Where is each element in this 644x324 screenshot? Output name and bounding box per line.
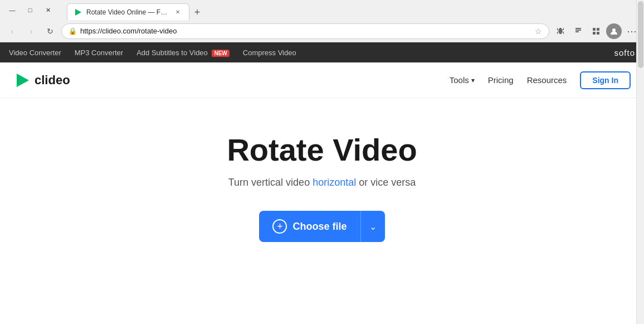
softo-link-mp3-converter[interactable]: MP3 Converter	[75, 49, 123, 57]
scrollbar[interactable]	[636, 0, 644, 324]
main-nav: clideo Tools ▾ Pricing Resources Sign In	[0, 62, 644, 98]
extensions-puzzle-button[interactable]	[553, 23, 568, 39]
tab-title: Rotate Video Online — Free Vid...	[86, 8, 169, 16]
resources-nav-link[interactable]: Resources	[527, 75, 567, 85]
chevron-down-icon: ⌄	[369, 221, 377, 232]
softo-links: Video Converter MP3 Converter Add Subtit…	[9, 49, 296, 57]
plus-circle-icon: +	[272, 219, 287, 234]
tab-favicon-icon	[74, 8, 82, 16]
profile-button[interactable]	[606, 23, 622, 39]
pricing-nav-link[interactable]: Pricing	[488, 75, 514, 85]
scrollbar-thumb[interactable]	[638, 1, 643, 68]
bookmark-star-icon[interactable]: ☆	[535, 27, 542, 36]
hero-section: Rotate Video Turn vertical video horizon…	[0, 98, 644, 242]
puzzle-icon	[556, 27, 565, 36]
tools-nav-link[interactable]: Tools ▾	[450, 75, 475, 85]
back-button[interactable]: ‹	[4, 23, 20, 39]
url-text: https://clideo.com/rotate-video	[80, 27, 531, 35]
new-tab-button[interactable]: +	[189, 4, 205, 20]
url-input[interactable]: 🔒 https://clideo.com/rotate-video ☆	[61, 23, 549, 39]
clideo-logo-icon	[13, 71, 31, 89]
minimize-button[interactable]: —	[4, 4, 20, 16]
sign-in-button[interactable]: Sign In	[580, 71, 631, 89]
hero-subtitle: Turn vertical video horizontal or vice v…	[228, 177, 416, 188]
svg-rect-4	[597, 32, 599, 35]
logo-text: clideo	[35, 73, 70, 88]
svg-marker-0	[75, 9, 81, 16]
maximize-button[interactable]: □	[22, 4, 38, 16]
chevron-down-icon: ▾	[471, 76, 475, 84]
tab-close-button[interactable]: ✕	[173, 8, 182, 17]
svg-marker-6	[17, 74, 29, 87]
softo-link-video-converter[interactable]: Video Converter	[9, 49, 61, 57]
lock-icon: 🔒	[69, 27, 77, 35]
svg-rect-3	[593, 32, 596, 35]
choose-file-dropdown-button[interactable]: ⌄	[360, 211, 385, 242]
softo-link-compress-video[interactable]: Compress Video	[243, 49, 296, 57]
refresh-button[interactable]: ↻	[42, 23, 58, 39]
browser-tab[interactable]: Rotate Video Online — Free Vid... ✕	[67, 3, 189, 20]
collections-icon	[592, 27, 601, 36]
svg-rect-2	[597, 28, 599, 31]
logo[interactable]: clideo	[13, 71, 70, 89]
softo-logo: softo	[614, 48, 635, 57]
choose-file-wrapper: + Choose file ⌄	[259, 211, 384, 242]
svg-rect-1	[593, 28, 596, 31]
address-bar: ‹ › ↻ 🔒 https://clideo.com/rotate-video …	[0, 20, 644, 42]
avatar-icon	[609, 27, 618, 36]
softo-bar: Video Converter MP3 Converter Add Subtit…	[0, 42, 644, 62]
favorites-icon	[574, 27, 583, 36]
nav-links: Tools ▾ Pricing Resources Sign In	[450, 71, 631, 89]
new-badge: NEW	[212, 50, 229, 57]
hero-title: Rotate Video	[227, 132, 417, 168]
softo-link-add-subtitles[interactable]: Add Subtitles to Video NEW	[136, 49, 230, 57]
close-button[interactable]: ✕	[40, 4, 56, 16]
favorites-button[interactable]	[570, 23, 586, 39]
choose-file-button[interactable]: + Choose file	[259, 211, 360, 242]
forward-button[interactable]: ›	[23, 23, 39, 39]
collections-button[interactable]	[588, 23, 604, 39]
